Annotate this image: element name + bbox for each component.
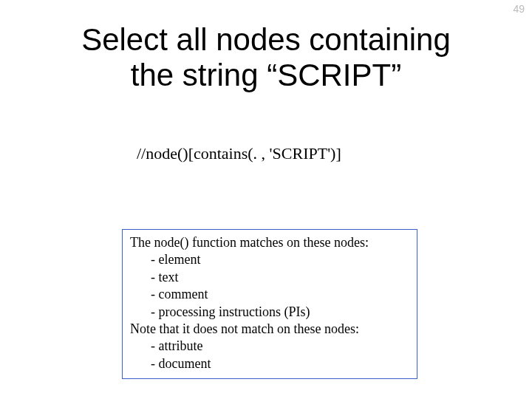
title-line-2: the string “SCRIPT” (131, 58, 401, 92)
info-match-item: - element (130, 251, 409, 268)
info-box: The node() function matches on these nod… (122, 229, 417, 379)
info-match-item: - processing instructions (PIs) (130, 304, 409, 321)
info-nomatch-item: - document (130, 355, 409, 372)
slide: 49 Select all nodes containing the strin… (0, 0, 532, 399)
slide-title: Select all nodes containing the string “… (0, 22, 532, 94)
title-line-1: Select all nodes containing (81, 22, 451, 57)
xpath-expression: //node()[contains(. , 'SCRIPT')] (137, 144, 341, 163)
info-match-item: - text (130, 269, 409, 286)
info-match-item: - comment (130, 286, 409, 303)
page-number: 49 (513, 3, 525, 15)
info-nomatch-item: - attribute (130, 338, 409, 355)
info-nomatch-heading: Note that it does not match on these nod… (130, 321, 409, 338)
info-matches-heading: The node() function matches on these nod… (130, 234, 409, 251)
